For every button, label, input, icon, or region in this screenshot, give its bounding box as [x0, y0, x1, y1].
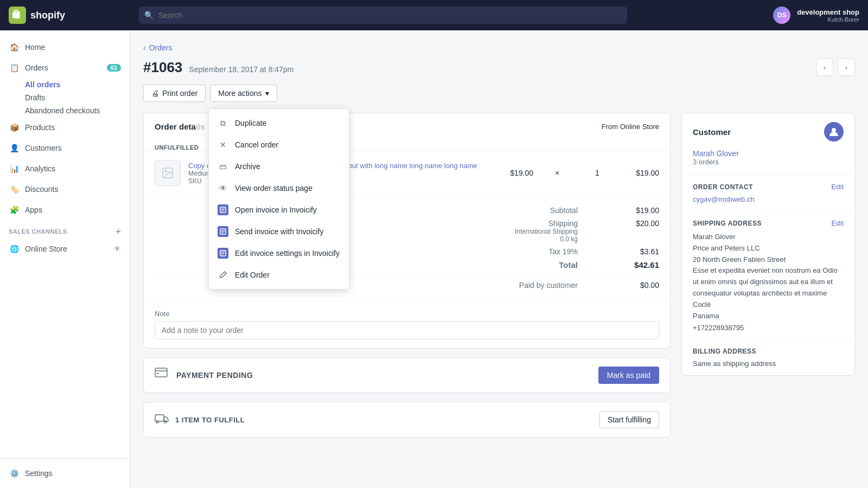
note-label: Note [155, 310, 659, 318]
sidebar-item-discounts[interactable]: 🏷️ Discounts [0, 179, 130, 200]
dropdown-item-edit-invoice[interactable]: Edit invoice settings in Invoicify [209, 242, 349, 264]
sidebar-sub-all-orders[interactable]: All orders [0, 78, 130, 91]
dropdown-item-archive[interactable]: 🗃 Archive [209, 156, 349, 177]
shop-subdomain: Kutch-Borer [797, 16, 859, 23]
svg-point-13 [165, 170, 167, 172]
dropdown-item-open-invoice[interactable]: Open invoice in Invoicify [209, 199, 349, 221]
customer-email[interactable]: cygav@mobweb.ch [693, 195, 844, 203]
orders-icon: 📋 [9, 62, 20, 73]
online-store-icon: 🌐 [9, 243, 20, 254]
sidebar-item-customers[interactable]: 👤 Customers [0, 138, 130, 158]
edit-invoice-icon [218, 248, 228, 259]
print-order-button[interactable]: 🖨 Print order [143, 85, 206, 102]
shipping-address-section: SHIPPING ADDRESS Edit Marah Glover Price… [682, 211, 854, 339]
item-image [155, 160, 181, 186]
total-val: $42.61 [621, 260, 659, 269]
sidebar-item-products[interactable]: 📦 Products [0, 117, 130, 138]
sidebar-item-home[interactable]: 🏠 Home [0, 37, 130, 57]
drafts-label: Drafts [25, 93, 45, 102]
next-order-button[interactable]: › [838, 59, 855, 76]
subtotal-val: $19.00 [621, 206, 659, 215]
sidebar-item-online-store[interactable]: 🌐 Online Store 👁 [0, 239, 130, 259]
search-input[interactable] [139, 7, 627, 24]
sidebar-sub-drafts[interactable]: Drafts [0, 91, 130, 104]
shipping-sub: International Shipping [515, 228, 578, 235]
order-title-section: #1063 September 18, 2017 at 8:47pm [143, 59, 293, 76]
abandoned-label: Abandoned checkouts [25, 106, 100, 115]
order-contact-label: ORDER CONTACT [693, 183, 753, 191]
fulfill-status-label: 1 ITEM TO FULFILL [175, 416, 245, 424]
dropdown-label-view-status: View order status page [235, 184, 312, 192]
dropdown-item-duplicate[interactable]: ⧉ Duplicate [209, 112, 349, 134]
start-fulfilling-button[interactable]: Start fulfilling [599, 411, 659, 428]
products-icon: 📦 [9, 122, 20, 133]
dropdown-item-cancel[interactable]: ✕ Cancel order [209, 134, 349, 156]
contact-section: ORDER CONTACT Edit cygav@mobweb.ch [682, 175, 854, 211]
sidebar-item-analytics[interactable]: 📊 Analytics [0, 158, 130, 179]
item-price: $19.00 [510, 169, 533, 177]
svg-point-20 [832, 128, 836, 132]
dropdown-item-view-status[interactable]: 👁 View order status page [209, 177, 349, 199]
logo[interactable]: shopify [9, 7, 139, 24]
order-number: #1063 [143, 59, 182, 76]
paid-val: $0.00 [621, 281, 659, 290]
customer-avatar [824, 122, 844, 142]
tax-val: $3.61 [621, 247, 659, 256]
edit-shipping-button[interactable]: Edit [832, 219, 844, 227]
note-input[interactable] [155, 321, 659, 339]
shipping-address-phone: +172228938795 [693, 324, 844, 332]
paid-label: Paid by customer [519, 281, 578, 290]
main-content: ‹ Orders #1063 September 18, 2017 at 8:4… [130, 30, 868, 488]
sales-channels-label: SALES CHANNELS [9, 228, 67, 235]
open-invoice-icon [218, 204, 228, 215]
customers-icon: 👤 [9, 143, 20, 153]
breadcrumb[interactable]: ‹ Orders [143, 43, 855, 52]
analytics-icon: 📊 [9, 163, 20, 174]
add-sales-channel-button[interactable]: + [116, 227, 121, 236]
sidebar-sub-abandoned[interactable]: Abandoned checkouts [0, 104, 130, 117]
edit-contact-button[interactable]: Edit [832, 183, 844, 191]
dropdown-item-send-invoice[interactable]: Send invoice with Invoicify [209, 221, 349, 242]
right-panel: Customer Marah Glover 3 orders ORDER CON… [681, 113, 855, 446]
svg-rect-17 [155, 415, 164, 421]
shipping-weight: 0.0 kg [515, 235, 578, 243]
sidebar-item-settings[interactable]: ⚙️ Settings [0, 463, 130, 484]
prev-order-button[interactable]: ‹ [816, 59, 833, 76]
online-store-visibility-icon[interactable]: 👁 [113, 245, 121, 253]
settings-icon: ⚙️ [9, 468, 20, 479]
dropdown-item-edit-order[interactable]: Edit Order [209, 264, 349, 286]
printer-icon: 🖨 [151, 89, 159, 98]
payment-left: PAYMENT PENDING [155, 368, 253, 383]
tax-label: Tax 19% [548, 247, 578, 256]
shipping-address-country: Panama [693, 311, 844, 322]
billing-address-section: BILLING ADDRESS Same as shipping address [682, 340, 854, 375]
breadcrumb-label: Orders [149, 43, 173, 52]
customer-name[interactable]: Marah Glover [693, 149, 844, 158]
item-total: $19.00 [621, 169, 659, 177]
shipping-header: SHIPPING ADDRESS Edit [693, 219, 844, 227]
search-icon: 🔍 [144, 11, 154, 20]
customer-header: Customer [693, 122, 844, 142]
billing-address-label: BILLING ADDRESS [693, 348, 756, 355]
top-nav: shopify 🔍 DS development shop Kutch-Bore… [0, 0, 868, 30]
from-store-name: Online Store [620, 123, 659, 131]
sidebar-item-apps-label: Apps [25, 206, 42, 214]
more-actions-chevron-icon: ▾ [265, 89, 269, 98]
mark-paid-button[interactable]: Mark as paid [598, 367, 659, 384]
svg-rect-14 [155, 368, 167, 377]
mult-symbol: × [555, 169, 559, 177]
search-bar[interactable]: 🔍 [139, 7, 627, 24]
more-actions-label: More actions [218, 89, 261, 98]
customer-title: Customer [693, 127, 731, 137]
order-header: #1063 September 18, 2017 at 8:47pm ‹ › [143, 59, 855, 76]
archive-icon: 🗃 [218, 161, 228, 172]
dropdown-label-open-invoice: Open invoice in Invoicify [235, 206, 317, 214]
from-label: From [602, 123, 620, 131]
dropdown-label-send-invoice: Send invoice with Invoicify [235, 227, 323, 236]
edit-order-icon [218, 269, 228, 280]
more-actions-button[interactable]: More actions ▾ [210, 85, 277, 102]
payment-status-label: PAYMENT PENDING [176, 371, 253, 380]
sidebar-item-apps[interactable]: 🧩 Apps [0, 200, 130, 220]
billing-same-as-shipping: Same as shipping address [693, 359, 844, 368]
sidebar-item-orders[interactable]: 📋 Orders 63 [0, 57, 130, 78]
